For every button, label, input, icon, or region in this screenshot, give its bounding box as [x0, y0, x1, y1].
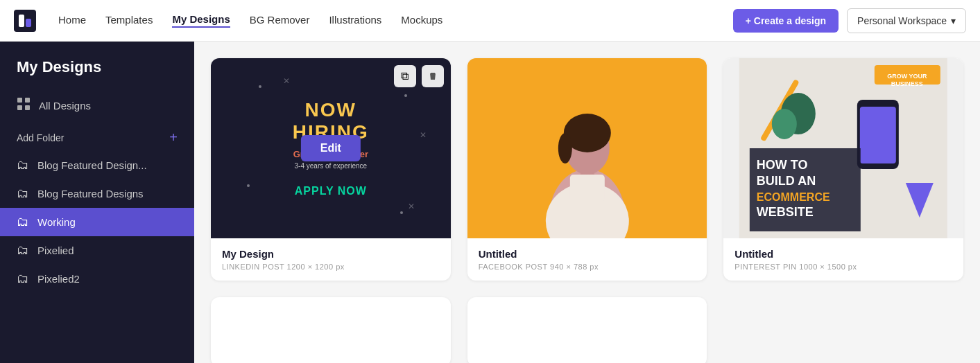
svg-rect-13: [569, 175, 604, 202]
design-thumb-1: [467, 58, 707, 238]
svg-rect-5: [25, 105, 30, 110]
sidebar-item-folder-2[interactable]: 🗂 Working: [0, 208, 194, 236]
design-card-placeholder-0[interactable]: [211, 297, 451, 363]
workspace-button[interactable]: Personal Workspace ▾: [847, 8, 966, 33]
card-info-1: Untitled FACEBOOK POST 940 × 788 px: [467, 238, 707, 281]
folder-icon-1: 🗂: [17, 186, 29, 201]
designs-grid: ⧉ ✕ ✕: [211, 58, 963, 363]
design-meta-1: FACEBOOK POST 940 × 788 px: [479, 263, 696, 271]
add-folder-row: Add Folder +: [0, 121, 194, 151]
folder-label-2: Working: [37, 216, 76, 228]
delete-button-0[interactable]: [422, 65, 444, 87]
sidebar-item-folder-1[interactable]: 🗂 Blog Featured Designs: [0, 179, 194, 208]
main-layout: My Designs All Designs Add Folder + 🗂 Bl…: [0, 42, 980, 363]
grid-icon: [17, 97, 31, 114]
workspace-label: Personal Workspace: [857, 15, 947, 26]
sidebar-item-folder-0[interactable]: 🗂 Blog Featured Design...: [0, 151, 194, 179]
folder-label-1: Blog Featured Designs: [37, 188, 144, 200]
logo[interactable]: [14, 10, 36, 32]
workspace-chevron-icon: ▾: [951, 15, 956, 26]
svg-text:BUSINESS: BUSINESS: [891, 80, 923, 87]
folder-icon-0: 🗂: [17, 158, 29, 172]
folder-label-3: Pixelied: [37, 245, 74, 256]
card-actions-0: ⧉: [394, 65, 444, 87]
orange-design-thumb: [467, 58, 707, 238]
nav-right: + Create a design Personal Workspace ▾: [733, 8, 966, 33]
hiring-apply-text: APPLY NOW: [293, 185, 369, 197]
design-name-0: My Design: [222, 248, 440, 260]
sidebar: My Designs All Designs Add Folder + 🗂 Bl…: [0, 42, 194, 363]
svg-text:ECOMMERCE: ECOMMERCE: [757, 191, 830, 203]
sidebar-item-folder-4[interactable]: 🗂 Pixelied2: [0, 265, 194, 293]
design-thumb-0: ⧉ ✕ ✕: [211, 58, 451, 238]
svg-rect-20: [860, 107, 896, 163]
svg-text:GROW YOUR: GROW YOUR: [887, 73, 927, 80]
svg-rect-0: [19, 15, 24, 27]
design-name-2: Untitled: [734, 248, 952, 260]
svg-point-22: [772, 109, 797, 139]
nav-templates[interactable]: Templates: [105, 14, 153, 27]
folder-icon-4: 🗂: [17, 272, 29, 286]
svg-text:WEBSITE: WEBSITE: [757, 205, 814, 219]
create-design-button[interactable]: + Create a design: [733, 9, 839, 33]
folder-label-4: Pixelied2: [37, 273, 80, 285]
sidebar-title: My Designs: [0, 58, 194, 90]
hiring-exp-text: 3-4 years of experience: [293, 162, 369, 170]
hiring-now-text: NOW: [293, 99, 369, 121]
svg-rect-3: [25, 98, 30, 103]
svg-rect-4: [17, 105, 22, 110]
card-info-2: Untitled PINTEREST PIN 1000 × 1500 px: [723, 238, 963, 281]
content-area: ⧉ ✕ ✕: [194, 42, 980, 363]
sidebar-item-folder-3[interactable]: 🗂 Pixelied: [0, 236, 194, 265]
sidebar-item-all-designs[interactable]: All Designs: [0, 90, 194, 121]
card-info-0: My Design LINKEDIN POST 1200 × 1200 px: [211, 238, 451, 281]
design-card-0[interactable]: ⧉ ✕ ✕: [211, 58, 451, 281]
add-folder-label: Add Folder: [17, 132, 64, 143]
svg-text:HOW TO: HOW TO: [757, 158, 808, 172]
all-designs-label: All Designs: [39, 100, 91, 112]
nav-my-designs[interactable]: My Designs: [172, 13, 230, 28]
design-card-placeholder-1[interactable]: [467, 297, 707, 363]
svg-text:BUILD AN: BUILD AN: [757, 174, 816, 188]
nav-illustrations[interactable]: Illustrations: [329, 14, 381, 27]
edit-overlay-0[interactable]: Edit: [301, 135, 361, 161]
design-meta-2: PINTEREST PIN 1000 × 1500 px: [734, 263, 952, 271]
svg-rect-1: [26, 19, 31, 27]
folder-icon-3: 🗂: [17, 243, 29, 258]
logo-icon: [14, 10, 36, 32]
folder-label-0: Blog Featured Design...: [37, 159, 147, 171]
design-name-1: Untitled: [479, 248, 696, 260]
design-card-1[interactable]: Untitled FACEBOOK POST 940 × 788 px: [467, 58, 707, 281]
design-thumb-2: GROW YOUR BUSINESS HOW: [723, 58, 963, 238]
svg-rect-2: [17, 98, 22, 103]
top-nav: Home Templates My Designs BG Remover Ill…: [0, 0, 980, 42]
design-card-2[interactable]: GROW YOUR BUSINESS HOW: [723, 58, 963, 281]
nav-mockups[interactable]: Mockups: [401, 14, 442, 27]
nav-home[interactable]: Home: [58, 14, 86, 27]
ecom-design-thumb: GROW YOUR BUSINESS HOW: [723, 58, 963, 238]
nav-bg-remover[interactable]: BG Remover: [250, 14, 310, 27]
add-folder-button[interactable]: +: [169, 130, 178, 145]
copy-button-0[interactable]: ⧉: [394, 65, 416, 87]
svg-point-11: [558, 133, 571, 163]
nav-links: Home Templates My Designs BG Remover Ill…: [58, 13, 733, 28]
folder-icon-2: 🗂: [17, 215, 29, 229]
design-meta-0: LINKEDIN POST 1200 × 1200 px: [222, 263, 440, 271]
